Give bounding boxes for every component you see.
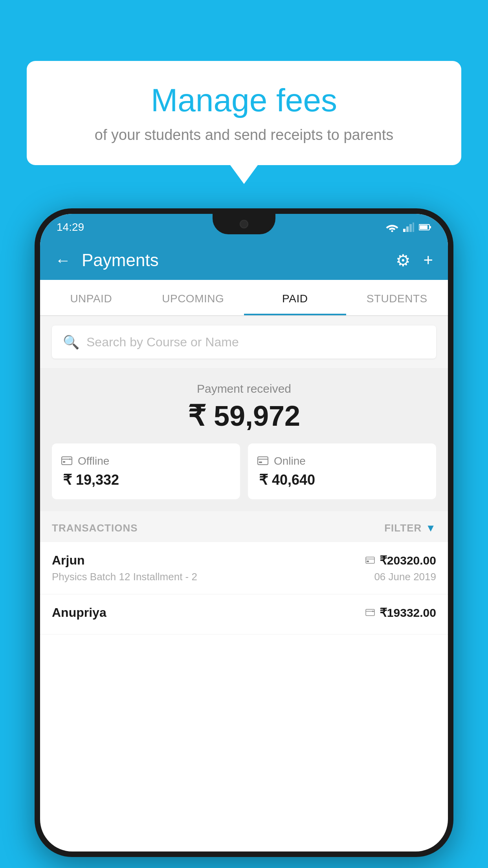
speech-bubble-container: Manage fees of your students and send re… xyxy=(27,61,461,165)
transaction-name: Anupriya xyxy=(52,605,106,620)
add-icon[interactable]: + xyxy=(423,251,433,270)
transaction-amount: ₹19332.00 xyxy=(380,606,436,620)
header-actions: ⚙ + xyxy=(396,251,433,270)
online-payment-icon xyxy=(257,454,268,468)
transaction-amount: ₹20320.00 xyxy=(380,554,436,567)
svg-rect-4 xyxy=(413,223,414,232)
svg-rect-13 xyxy=(258,457,268,465)
online-label: Online xyxy=(274,455,306,467)
offline-label: Offline xyxy=(78,455,109,467)
back-button[interactable]: ← xyxy=(55,252,71,269)
search-input[interactable]: Search by Course or Name xyxy=(86,335,239,349)
payment-summary: Payment received ₹ 59,972 xyxy=(40,368,448,511)
transaction-description: Physics Batch 12 Installment - 2 xyxy=(52,571,197,583)
app-header: ← Payments ⚙ + xyxy=(40,241,448,280)
battery-icon xyxy=(419,224,431,231)
offline-payment-card: Offline ₹ 19,332 xyxy=(52,443,240,499)
svg-rect-2 xyxy=(406,226,409,232)
transaction-top-row: Anupriya ₹19332.00 xyxy=(52,605,436,620)
tab-unpaid[interactable]: UNPAID xyxy=(40,280,142,315)
svg-rect-18 xyxy=(367,561,369,562)
page-title: Payments xyxy=(82,250,385,270)
status-bar: 14:29 xyxy=(40,214,448,241)
search-bar[interactable]: 🔍 Search by Course or Name xyxy=(52,326,436,359)
transaction-item[interactable]: Arjun ₹20320.00 xyxy=(40,542,448,594)
transaction-type-icon xyxy=(365,607,375,619)
speech-bubble: Manage fees of your students and send re… xyxy=(27,61,461,165)
svg-rect-15 xyxy=(259,462,262,463)
transactions-label: TRANSACTIONS xyxy=(52,522,138,534)
speech-bubble-title: Manage fees xyxy=(50,83,438,118)
phone-frame: 14:29 xyxy=(35,208,453,857)
offline-amount: ₹ 19,332 xyxy=(61,472,119,488)
transaction-name: Arjun xyxy=(52,553,85,568)
status-time: 14:29 xyxy=(57,221,84,234)
status-icons xyxy=(386,223,431,232)
transaction-item[interactable]: Anupriya ₹19332.00 xyxy=(40,594,448,634)
transaction-date: 06 June 2019 xyxy=(374,571,436,583)
transaction-top-row: Arjun ₹20320.00 xyxy=(52,553,436,568)
transaction-amount-container: ₹19332.00 xyxy=(365,606,436,620)
settings-icon[interactable]: ⚙ xyxy=(396,251,411,270)
wifi-icon xyxy=(386,223,398,232)
svg-rect-8 xyxy=(62,457,72,465)
transaction-bottom-row: Physics Batch 12 Installment - 2 06 June… xyxy=(52,571,436,583)
svg-rect-7 xyxy=(430,226,431,228)
search-bar-container: 🔍 Search by Course or Name xyxy=(40,316,448,368)
transaction-type-icon xyxy=(365,554,375,566)
tab-students[interactable]: STUDENTS xyxy=(346,280,448,315)
search-icon: 🔍 xyxy=(63,334,79,350)
online-card-header: Online xyxy=(257,454,306,468)
signal-icon xyxy=(403,223,414,232)
svg-rect-19 xyxy=(366,609,374,616)
tab-paid[interactable]: PAID xyxy=(244,280,346,315)
svg-point-0 xyxy=(391,230,393,232)
filter-label: FILTER xyxy=(384,522,422,534)
offline-card-header: Offline xyxy=(61,454,109,468)
online-amount: ₹ 40,640 xyxy=(257,472,315,488)
svg-rect-10 xyxy=(63,461,65,463)
screen-content: 🔍 Search by Course or Name Payment recei… xyxy=(40,316,448,851)
payment-cards: Offline ₹ 19,332 xyxy=(52,443,436,499)
online-payment-card: Online ₹ 40,640 xyxy=(248,443,436,499)
svg-rect-1 xyxy=(403,229,405,232)
transaction-list: Arjun ₹20320.00 xyxy=(40,542,448,634)
tabs-bar: UNPAID UPCOMING PAID STUDENTS xyxy=(40,280,448,316)
camera-cutout xyxy=(240,220,248,228)
transaction-amount-container: ₹20320.00 xyxy=(365,554,436,567)
filter-button[interactable]: FILTER ▼ xyxy=(384,522,436,534)
offline-payment-icon xyxy=(61,454,72,468)
svg-rect-3 xyxy=(409,224,412,232)
payment-received-label: Payment received xyxy=(52,382,436,395)
speech-bubble-subtitle: of your students and send receipts to pa… xyxy=(50,127,438,143)
transactions-header: TRANSACTIONS FILTER ▼ xyxy=(40,511,448,542)
payment-total-amount: ₹ 59,972 xyxy=(52,399,436,432)
svg-rect-16 xyxy=(366,557,374,563)
svg-rect-6 xyxy=(420,225,427,229)
notch xyxy=(213,214,275,234)
filter-icon: ▼ xyxy=(426,522,436,534)
phone-inner: 14:29 xyxy=(40,214,448,851)
tab-upcoming[interactable]: UPCOMING xyxy=(142,280,244,315)
